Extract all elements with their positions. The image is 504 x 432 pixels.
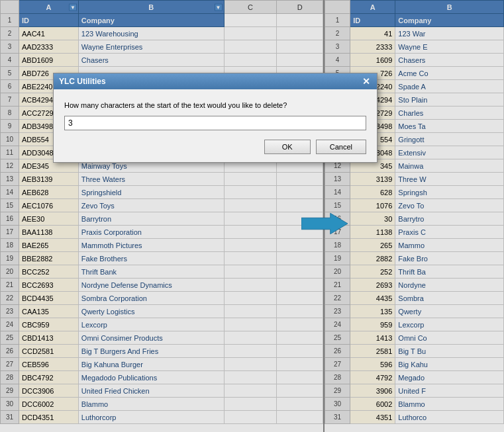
- dialog-body: How many characters at the start of the …: [54, 89, 377, 162]
- ylc-dialog: YLC Utilities ✕ How many characters at t…: [53, 73, 378, 163]
- dialog-close-button[interactable]: ✕: [361, 77, 372, 86]
- dialog-question: How many characters at the start of the …: [64, 101, 366, 109]
- spreadsheet-container: A ▼ B ▼ C D 1IDCompany2AAC41123 Warehous…: [0, 0, 504, 432]
- cancel-button[interactable]: Cancel: [316, 140, 366, 154]
- dialog-title: YLC Utilities: [59, 77, 106, 86]
- ok-button[interactable]: OK: [264, 140, 311, 154]
- dialog-input[interactable]: [64, 116, 366, 130]
- dialog-titlebar: YLC Utilities ✕: [54, 73, 377, 89]
- dialog-overlay: YLC Utilities ✕ How many characters at t…: [0, 0, 504, 432]
- dialog-buttons: OK Cancel: [64, 140, 366, 154]
